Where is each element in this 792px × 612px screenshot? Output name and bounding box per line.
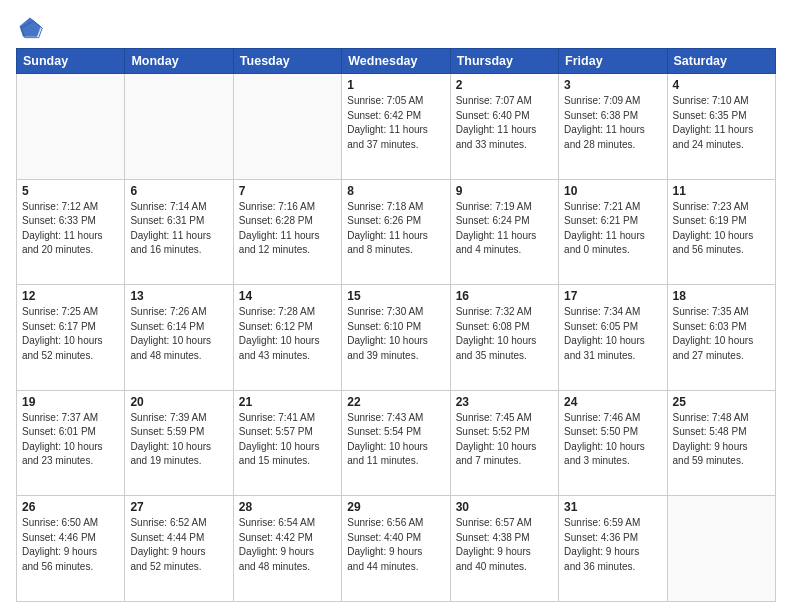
day-number: 27 [130,500,227,514]
calendar-cell: 21Sunrise: 7:41 AM Sunset: 5:57 PM Dayli… [233,390,341,496]
calendar-cell: 29Sunrise: 6:56 AM Sunset: 4:40 PM Dayli… [342,496,450,602]
day-info: Sunrise: 7:07 AM Sunset: 6:40 PM Dayligh… [456,94,553,152]
page: SundayMondayTuesdayWednesdayThursdayFrid… [0,0,792,612]
day-info: Sunrise: 7:18 AM Sunset: 6:26 PM Dayligh… [347,200,444,258]
day-number: 22 [347,395,444,409]
weekday-header: Wednesday [342,49,450,74]
day-number: 25 [673,395,770,409]
calendar-week-row: 5Sunrise: 7:12 AM Sunset: 6:33 PM Daylig… [17,179,776,285]
day-number: 4 [673,78,770,92]
day-number: 24 [564,395,661,409]
calendar-week-row: 12Sunrise: 7:25 AM Sunset: 6:17 PM Dayli… [17,285,776,391]
day-info: Sunrise: 7:19 AM Sunset: 6:24 PM Dayligh… [456,200,553,258]
day-number: 17 [564,289,661,303]
day-number: 19 [22,395,119,409]
day-number: 31 [564,500,661,514]
weekday-header: Sunday [17,49,125,74]
day-info: Sunrise: 7:23 AM Sunset: 6:19 PM Dayligh… [673,200,770,258]
day-info: Sunrise: 7:35 AM Sunset: 6:03 PM Dayligh… [673,305,770,363]
day-info: Sunrise: 7:45 AM Sunset: 5:52 PM Dayligh… [456,411,553,469]
day-number: 12 [22,289,119,303]
day-info: Sunrise: 7:46 AM Sunset: 5:50 PM Dayligh… [564,411,661,469]
calendar-cell: 10Sunrise: 7:21 AM Sunset: 6:21 PM Dayli… [559,179,667,285]
weekday-header: Thursday [450,49,558,74]
day-number: 29 [347,500,444,514]
day-number: 9 [456,184,553,198]
day-info: Sunrise: 7:26 AM Sunset: 6:14 PM Dayligh… [130,305,227,363]
day-number: 30 [456,500,553,514]
calendar-cell: 22Sunrise: 7:43 AM Sunset: 5:54 PM Dayli… [342,390,450,496]
day-info: Sunrise: 7:05 AM Sunset: 6:42 PM Dayligh… [347,94,444,152]
calendar-cell: 6Sunrise: 7:14 AM Sunset: 6:31 PM Daylig… [125,179,233,285]
day-number: 11 [673,184,770,198]
calendar-week-row: 19Sunrise: 7:37 AM Sunset: 6:01 PM Dayli… [17,390,776,496]
day-number: 14 [239,289,336,303]
calendar-cell: 9Sunrise: 7:19 AM Sunset: 6:24 PM Daylig… [450,179,558,285]
day-info: Sunrise: 6:50 AM Sunset: 4:46 PM Dayligh… [22,516,119,574]
calendar-cell: 11Sunrise: 7:23 AM Sunset: 6:19 PM Dayli… [667,179,775,285]
day-number: 26 [22,500,119,514]
day-info: Sunrise: 7:28 AM Sunset: 6:12 PM Dayligh… [239,305,336,363]
day-info: Sunrise: 7:10 AM Sunset: 6:35 PM Dayligh… [673,94,770,152]
weekday-header: Tuesday [233,49,341,74]
calendar-week-row: 26Sunrise: 6:50 AM Sunset: 4:46 PM Dayli… [17,496,776,602]
logo-icon [16,14,44,42]
calendar-table: SundayMondayTuesdayWednesdayThursdayFrid… [16,48,776,602]
day-number: 28 [239,500,336,514]
day-number: 6 [130,184,227,198]
calendar-cell: 18Sunrise: 7:35 AM Sunset: 6:03 PM Dayli… [667,285,775,391]
calendar-cell: 7Sunrise: 7:16 AM Sunset: 6:28 PM Daylig… [233,179,341,285]
day-info: Sunrise: 7:39 AM Sunset: 5:59 PM Dayligh… [130,411,227,469]
day-info: Sunrise: 7:41 AM Sunset: 5:57 PM Dayligh… [239,411,336,469]
weekday-header: Saturday [667,49,775,74]
day-info: Sunrise: 7:30 AM Sunset: 6:10 PM Dayligh… [347,305,444,363]
calendar-cell: 26Sunrise: 6:50 AM Sunset: 4:46 PM Dayli… [17,496,125,602]
day-info: Sunrise: 7:34 AM Sunset: 6:05 PM Dayligh… [564,305,661,363]
calendar-cell: 17Sunrise: 7:34 AM Sunset: 6:05 PM Dayli… [559,285,667,391]
calendar-header-row: SundayMondayTuesdayWednesdayThursdayFrid… [17,49,776,74]
day-number: 7 [239,184,336,198]
day-info: Sunrise: 7:14 AM Sunset: 6:31 PM Dayligh… [130,200,227,258]
calendar-cell: 8Sunrise: 7:18 AM Sunset: 6:26 PM Daylig… [342,179,450,285]
calendar-week-row: 1Sunrise: 7:05 AM Sunset: 6:42 PM Daylig… [17,74,776,180]
logo [16,14,48,42]
calendar-cell [125,74,233,180]
calendar-cell: 31Sunrise: 6:59 AM Sunset: 4:36 PM Dayli… [559,496,667,602]
day-info: Sunrise: 7:48 AM Sunset: 5:48 PM Dayligh… [673,411,770,469]
day-number: 1 [347,78,444,92]
day-info: Sunrise: 7:32 AM Sunset: 6:08 PM Dayligh… [456,305,553,363]
day-number: 2 [456,78,553,92]
day-number: 23 [456,395,553,409]
calendar-cell [667,496,775,602]
calendar-cell: 1Sunrise: 7:05 AM Sunset: 6:42 PM Daylig… [342,74,450,180]
calendar-cell: 28Sunrise: 6:54 AM Sunset: 4:42 PM Dayli… [233,496,341,602]
calendar-cell [17,74,125,180]
calendar-cell: 16Sunrise: 7:32 AM Sunset: 6:08 PM Dayli… [450,285,558,391]
day-number: 5 [22,184,119,198]
calendar-cell: 30Sunrise: 6:57 AM Sunset: 4:38 PM Dayli… [450,496,558,602]
calendar-cell: 2Sunrise: 7:07 AM Sunset: 6:40 PM Daylig… [450,74,558,180]
calendar-cell: 15Sunrise: 7:30 AM Sunset: 6:10 PM Dayli… [342,285,450,391]
day-number: 13 [130,289,227,303]
day-info: Sunrise: 7:21 AM Sunset: 6:21 PM Dayligh… [564,200,661,258]
calendar-cell: 4Sunrise: 7:10 AM Sunset: 6:35 PM Daylig… [667,74,775,180]
calendar-cell: 14Sunrise: 7:28 AM Sunset: 6:12 PM Dayli… [233,285,341,391]
calendar-cell: 12Sunrise: 7:25 AM Sunset: 6:17 PM Dayli… [17,285,125,391]
day-number: 15 [347,289,444,303]
day-info: Sunrise: 7:43 AM Sunset: 5:54 PM Dayligh… [347,411,444,469]
calendar-cell: 3Sunrise: 7:09 AM Sunset: 6:38 PM Daylig… [559,74,667,180]
day-number: 8 [347,184,444,198]
day-info: Sunrise: 6:54 AM Sunset: 4:42 PM Dayligh… [239,516,336,574]
calendar-cell: 23Sunrise: 7:45 AM Sunset: 5:52 PM Dayli… [450,390,558,496]
day-info: Sunrise: 6:56 AM Sunset: 4:40 PM Dayligh… [347,516,444,574]
weekday-header: Friday [559,49,667,74]
day-info: Sunrise: 7:25 AM Sunset: 6:17 PM Dayligh… [22,305,119,363]
day-info: Sunrise: 7:12 AM Sunset: 6:33 PM Dayligh… [22,200,119,258]
calendar-cell: 5Sunrise: 7:12 AM Sunset: 6:33 PM Daylig… [17,179,125,285]
day-number: 16 [456,289,553,303]
calendar-cell: 13Sunrise: 7:26 AM Sunset: 6:14 PM Dayli… [125,285,233,391]
calendar-cell [233,74,341,180]
day-number: 18 [673,289,770,303]
day-info: Sunrise: 6:57 AM Sunset: 4:38 PM Dayligh… [456,516,553,574]
day-info: Sunrise: 6:59 AM Sunset: 4:36 PM Dayligh… [564,516,661,574]
